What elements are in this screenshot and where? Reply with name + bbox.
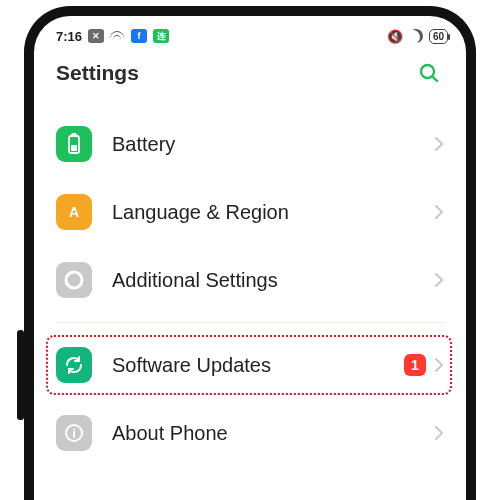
settings-row-label: About Phone: [112, 422, 434, 445]
settings-list: Battery A Language & Region Additional S…: [34, 100, 466, 467]
search-button[interactable]: [414, 58, 444, 88]
gear-icon: [56, 262, 92, 298]
refresh-icon: [56, 347, 92, 383]
phone-frame: 7:16 ✕ f 连 🔇 60 Settings: [24, 6, 476, 500]
chevron-right-icon: [434, 357, 444, 373]
search-icon: [417, 61, 441, 85]
status-bar: 7:16 ✕ f 连 🔇 60: [34, 22, 466, 50]
settings-row-about-phone[interactable]: About Phone: [34, 399, 466, 467]
mute-icon: 🔇: [387, 29, 403, 44]
chevron-right-icon: [434, 136, 444, 152]
settings-row-label: Software Updates: [112, 354, 404, 377]
do-not-disturb-icon: [409, 29, 423, 43]
svg-text:A: A: [69, 204, 79, 220]
settings-row-label: Battery: [112, 133, 434, 156]
settings-row-software-updates[interactable]: Software Updates 1: [34, 331, 466, 399]
info-icon: [56, 415, 92, 451]
svg-rect-4: [71, 145, 77, 151]
svg-point-9: [73, 428, 75, 430]
settings-row-label: Language & Region: [112, 201, 434, 224]
chevron-right-icon: [434, 272, 444, 288]
facebook-icon: f: [131, 29, 147, 43]
page-title: Settings: [56, 61, 139, 85]
wifi-icon: [110, 31, 125, 42]
settings-row-language[interactable]: A Language & Region: [34, 178, 466, 246]
status-right: 🔇 60: [387, 29, 448, 44]
notification-badge: 1: [404, 354, 426, 376]
status-time: 7:16: [56, 29, 82, 44]
svg-line-1: [433, 77, 438, 82]
section-divider: [56, 322, 444, 323]
chevron-right-icon: [434, 425, 444, 441]
svg-point-7: [71, 277, 77, 283]
settings-row-label: Additional Settings: [112, 269, 434, 292]
chevron-right-icon: [434, 204, 444, 220]
battery-indicator: 60: [429, 29, 448, 44]
phone-side-button: [17, 330, 24, 420]
settings-row-battery[interactable]: Battery: [34, 110, 466, 178]
letter-a-icon: A: [56, 194, 92, 230]
close-notification-icon: ✕: [88, 29, 104, 43]
battery-icon: [56, 126, 92, 162]
settings-row-additional[interactable]: Additional Settings: [34, 246, 466, 314]
header: Settings: [34, 50, 466, 100]
battery-percent: 60: [433, 31, 444, 42]
app-notification-icon: 连: [153, 29, 169, 43]
status-left: 7:16 ✕ f 连: [56, 29, 169, 44]
svg-rect-3: [72, 134, 76, 136]
